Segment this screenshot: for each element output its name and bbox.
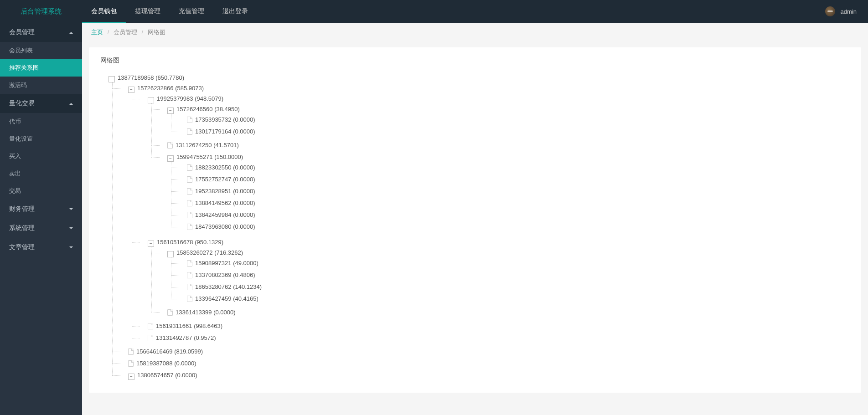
tree-node-label[interactable]: 18823302550 (0.0000) [195, 164, 255, 171]
sidebar-quant-trade[interactable]: 量化交易 [0, 94, 82, 113]
tree-node: 15908997321 (49.0000) [179, 257, 850, 269]
breadcrumb-current: 网络图 [148, 29, 165, 36]
sidebar-label: 财务管理 [9, 205, 35, 213]
tree-node: −15610516678 (950.1329)−15853260272 (716… [140, 236, 850, 320]
tree-node-label[interactable]: 13877189858 (650.7780) [118, 74, 184, 81]
sidebar-member-list[interactable]: 会员列表 [0, 42, 82, 59]
tree-node: −19925379983 (948.5079)−15726246560 (38.… [140, 93, 850, 236]
sidebar-article-mgmt[interactable]: 文章管理 [0, 238, 82, 257]
network-tree: −13877189858 (650.7780)−15726232866 (585… [100, 72, 850, 384]
sidebar-label: 会员管理 [9, 28, 35, 36]
tree-node-label[interactable]: 19925379983 (948.5079) [157, 95, 223, 102]
tree-node: 13842459984 (0.0000) [179, 209, 850, 221]
main: 主页 / 会员管理 / 网络图 网络图 −13877189858 (650.77… [82, 23, 868, 415]
file-icon [187, 176, 192, 183]
tree-node: 19523828951 (0.0000) [179, 185, 850, 197]
sidebar-token[interactable]: 代币 [0, 113, 82, 130]
tree-node-label[interactable]: 17552752747 (0.0000) [195, 176, 255, 183]
tree-node-label[interactable]: 15908997321 (49.0000) [195, 260, 258, 266]
tree-node: 18823302550 (0.0000) [179, 162, 850, 174]
sidebar-system-mgmt[interactable]: 系统管理 [0, 219, 82, 238]
collapse-icon[interactable]: − [148, 97, 154, 103]
tree-node: −15726246560 (38.4950)17353935732 (0.000… [159, 103, 850, 139]
tree-node-label[interactable]: 13017179164 (0.0000) [195, 128, 255, 135]
collapse-icon[interactable]: − [167, 251, 174, 257]
tree-node: 17353935732 (0.0000) [179, 114, 850, 126]
top-nav: 会员钱包 提现管理 充值管理 退出登录 [82, 0, 257, 23]
chevron-down-icon [69, 208, 73, 212]
chevron-up-icon [69, 30, 73, 34]
collapse-icon[interactable]: − [128, 87, 134, 93]
tree-node-label[interactable]: 13361413399 (0.0000) [176, 309, 236, 316]
tree-node-label[interactable]: 15610516678 (950.1329) [157, 239, 223, 246]
file-icon [187, 188, 192, 195]
breadcrumb-home[interactable]: 主页 [91, 29, 103, 36]
sidebar: 会员管理 会员列表 推荐关系图 激活码 量化交易 代币 量化设置 买入 卖出 交… [0, 23, 82, 415]
chevron-down-icon [69, 227, 73, 231]
tree-node-label[interactable]: 17353935732 (0.0000) [195, 116, 255, 123]
tree-node-label[interactable]: 13842459984 (0.0000) [195, 211, 255, 218]
tree-node: −15726232866 (585.9073)−19925379983 (948… [120, 82, 850, 346]
tree-node: 13017179164 (0.0000) [179, 126, 850, 138]
collapse-icon[interactable]: − [148, 241, 154, 247]
file-icon [128, 360, 134, 367]
file-icon [148, 323, 153, 329]
tree-node: 13396427459 (40.4165) [179, 293, 850, 305]
collapse-icon[interactable]: − [128, 374, 134, 380]
file-icon [187, 296, 192, 302]
tree-node-label[interactable]: 15853260272 (716.3262) [176, 249, 243, 256]
tree-node-label[interactable]: 15726246560 (38.4950) [176, 106, 240, 113]
sidebar-referral-chart[interactable]: 推荐关系图 [0, 59, 82, 77]
nav-recharge[interactable]: 充值管理 [170, 0, 213, 23]
sidebar-member-mgmt[interactable]: 会员管理 [0, 23, 82, 42]
tree-node-label[interactable]: 18653280762 (140.1234) [195, 283, 262, 290]
breadcrumb-sep: / [108, 29, 109, 36]
tree-node: 15819387088 (0.0000) [120, 358, 850, 369]
tree-node-label[interactable]: 13131492787 (0.9572) [156, 334, 216, 341]
file-icon [187, 260, 192, 266]
nav-withdraw[interactable]: 提现管理 [126, 0, 170, 23]
sidebar-finance-mgmt[interactable]: 财务管理 [0, 200, 82, 219]
file-icon [187, 128, 192, 135]
sidebar-buy[interactable]: 买入 [0, 148, 82, 165]
file-icon [187, 272, 192, 278]
tree-node-label[interactable]: 13396427459 (40.4165) [195, 295, 258, 302]
tree-node-label[interactable]: 13112674250 (41.5701) [176, 142, 239, 149]
sidebar-quant-setting[interactable]: 量化设置 [0, 130, 82, 148]
tree-node-label[interactable]: 18473963080 (0.0000) [195, 223, 255, 230]
nav-logout[interactable]: 退出登录 [213, 0, 257, 23]
sidebar-trade[interactable]: 交易 [0, 182, 82, 200]
sidebar-label: 系统管理 [9, 224, 35, 232]
brand-logo: 后台管理系统 [0, 0, 82, 23]
tree-node-label[interactable]: 13884149562 (0.0000) [195, 200, 255, 206]
file-icon [187, 164, 192, 171]
chevron-up-icon [69, 101, 73, 105]
avatar [825, 6, 835, 16]
chevron-down-icon [69, 246, 73, 250]
tree-node-label[interactable]: 15726232866 (585.9073) [137, 85, 204, 92]
tree-node: 13884149562 (0.0000) [179, 197, 850, 209]
tree-node-label[interactable]: 15994755271 (150.0000) [176, 154, 243, 160]
tree-node-label[interactable]: 19523828951 (0.0000) [195, 188, 255, 195]
file-icon [187, 224, 192, 230]
nav-wallet[interactable]: 会员钱包 [82, 0, 126, 23]
user-name: admin [841, 8, 857, 15]
file-icon [167, 142, 173, 149]
user-area[interactable]: admin [825, 6, 868, 16]
tree-node: −15853260272 (716.3262)15908997321 (49.0… [159, 247, 850, 307]
tree-node-label[interactable]: 15819387088 (0.0000) [136, 360, 196, 367]
tree-node-label[interactable]: 13806574657 (0.0000) [137, 372, 197, 379]
topbar: 后台管理系统 会员钱包 提现管理 充值管理 退出登录 admin [0, 0, 868, 23]
file-icon [187, 284, 192, 290]
collapse-icon[interactable]: − [167, 155, 174, 162]
sidebar-activation-code[interactable]: 激活码 [0, 77, 82, 94]
panel-title: 网络图 [100, 56, 850, 65]
tree-node-label[interactable]: 15664616469 (819.0599) [136, 348, 203, 355]
sidebar-label: 文章管理 [9, 243, 35, 251]
tree-node-label[interactable]: 13370802369 (0.4806) [195, 272, 255, 278]
collapse-icon[interactable]: − [167, 108, 174, 114]
sidebar-sell[interactable]: 卖出 [0, 165, 82, 182]
tree-node-label[interactable]: 15619311661 (998.6463) [156, 323, 222, 329]
tree-node: 15664616469 (819.0599) [120, 346, 850, 358]
collapse-icon[interactable]: − [108, 76, 115, 82]
